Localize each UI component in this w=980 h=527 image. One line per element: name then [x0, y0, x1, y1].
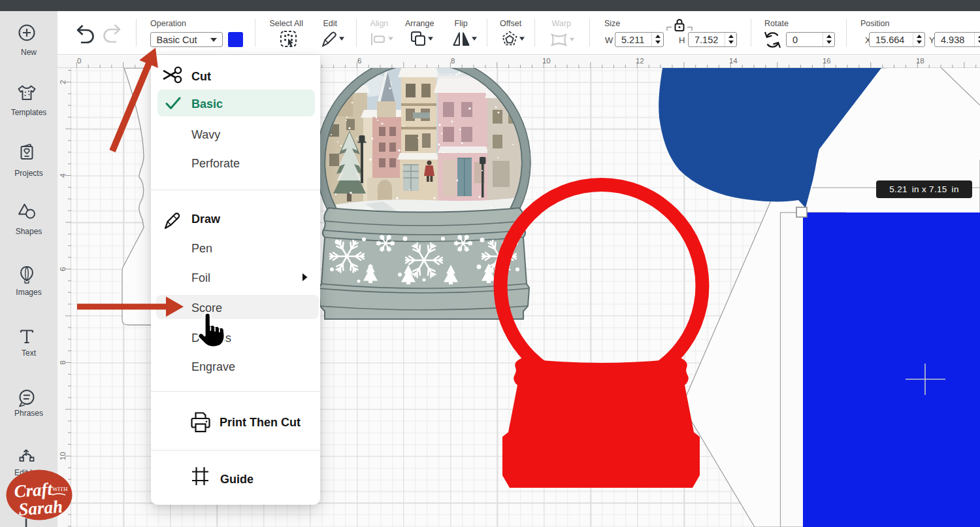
svg-text:2: 2 — [59, 80, 67, 84]
svg-text:6: 6 — [59, 267, 67, 271]
svg-text:18: 18 — [916, 57, 924, 65]
svg-text:10: 10 — [542, 57, 551, 65]
svg-text:8: 8 — [451, 57, 455, 65]
svg-text:6: 6 — [357, 57, 361, 65]
svg-text:14: 14 — [729, 57, 738, 65]
svg-text:0: 0 — [77, 57, 81, 65]
svg-text:8: 8 — [59, 360, 67, 364]
svg-text:12: 12 — [636, 57, 644, 65]
svg-text:10: 10 — [59, 452, 67, 460]
svg-text:4: 4 — [59, 173, 67, 178]
svg-text:16: 16 — [823, 57, 831, 65]
